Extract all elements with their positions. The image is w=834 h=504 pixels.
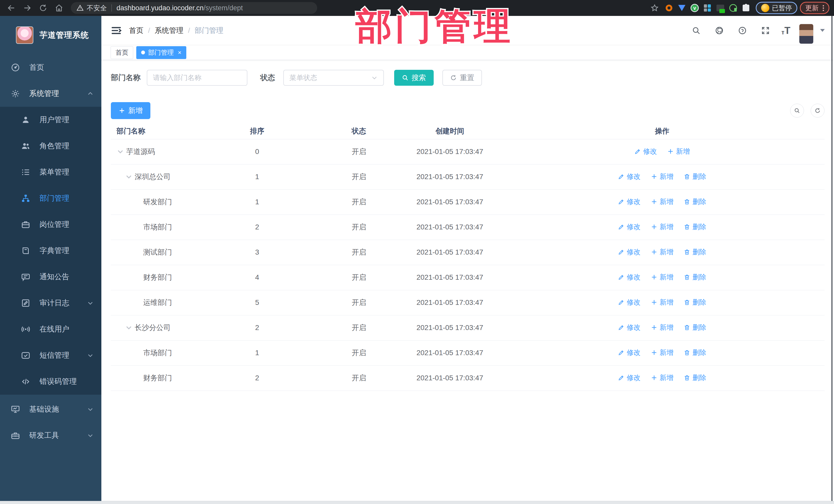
expand-arrow-icon[interactable] — [116, 147, 125, 156]
table-row[interactable]: 财务部门 2 开启 2021-01-05 17:03:47 修改 新增 删除 — [111, 366, 825, 391]
browser-menu-icon[interactable] — [823, 5, 824, 11]
delete-link[interactable]: 删除 — [684, 247, 706, 257]
delete-link[interactable]: 删除 — [684, 348, 706, 357]
extension-key-icon[interactable] — [728, 3, 738, 13]
table-row[interactable]: 芋道源码 0 开启 2021-01-05 17:03:47 修改 新增 — [111, 139, 825, 164]
add-link[interactable]: 新增 — [651, 272, 673, 282]
extension-gem-icon[interactable] — [677, 3, 687, 13]
delete-link[interactable]: 删除 — [684, 272, 706, 282]
close-tab-icon[interactable]: × — [178, 49, 181, 56]
table-row[interactable]: 测试部门 3 开启 2021-01-05 17:03:47 修改 新增 删除 — [111, 240, 825, 265]
table-row[interactable]: 长沙分公司 2 开启 2021-01-05 17:03:47 修改 新增 删除 — [111, 315, 825, 340]
home-icon[interactable] — [52, 1, 66, 15]
sidebar-item-errorcode[interactable]: 错误码管理 — [0, 369, 101, 395]
user-avatar[interactable] — [799, 24, 813, 44]
github-icon[interactable] — [712, 23, 726, 38]
update-label: 更新 — [805, 4, 819, 13]
reload-icon[interactable] — [37, 1, 50, 15]
sidebar-item-sms[interactable]: 短信管理 — [0, 342, 101, 369]
add-link[interactable]: 新增 — [651, 222, 673, 232]
sidebar-item-notice[interactable]: 通知公告 — [0, 264, 101, 290]
url-text: dashboard.yudao.iocoder.cn/system/dept — [116, 4, 243, 12]
delete-link[interactable]: 删除 — [684, 373, 706, 382]
tab-dept-active[interactable]: 部门管理 × — [136, 46, 186, 59]
search-button[interactable]: 搜索 — [394, 70, 434, 86]
dept-name-input[interactable] — [147, 70, 247, 86]
forward-icon[interactable] — [21, 1, 34, 15]
delete-link[interactable]: 删除 — [684, 323, 706, 332]
reset-button[interactable]: 重置 — [442, 70, 482, 86]
tab-home[interactable]: 首页 — [111, 46, 133, 59]
sidebar-item-devtools[interactable]: 研发工具 — [0, 422, 101, 448]
edit-link[interactable]: 修改 — [618, 272, 640, 282]
bookmark-star-icon[interactable] — [648, 1, 661, 15]
fullscreen-icon[interactable] — [758, 23, 773, 38]
sidebar-item-dict[interactable]: 字典管理 — [0, 238, 101, 264]
extension-on-badge-icon[interactable] — [715, 3, 725, 13]
font-size-icon[interactable]: тT — [782, 26, 790, 36]
sidebar-item-online-users[interactable]: 在线用户 — [0, 316, 101, 342]
add-link[interactable]: 新增 — [651, 348, 673, 357]
extension-orange-icon[interactable] — [664, 3, 674, 13]
sidebar-item-roles[interactable]: 角色管理 — [0, 133, 101, 159]
edit-link[interactable]: 修改 — [618, 247, 640, 257]
browser-update-button[interactable]: 更新 — [800, 2, 829, 14]
edit-link[interactable]: 修改 — [618, 298, 640, 307]
delete-link[interactable]: 删除 — [684, 172, 706, 181]
table-row[interactable]: 研发部门 1 开启 2021-01-05 17:03:47 修改 新增 删除 — [111, 190, 825, 215]
extension-puzzle-icon[interactable] — [741, 3, 751, 13]
table-row[interactable]: 深圳总公司 1 开启 2021-01-05 17:03:47 修改 新增 删除 — [111, 164, 825, 190]
breadcrumb-system[interactable]: 系统管理 — [155, 26, 183, 36]
address-bar[interactable]: 不安全 dashboard.yudao.iocoder.cn/system/de… — [71, 2, 317, 14]
add-link[interactable]: 新增 — [651, 247, 673, 257]
sidebar-logo[interactable]: 芋道管理系统 — [0, 16, 101, 54]
toggle-search-button[interactable] — [790, 104, 804, 117]
add-link[interactable]: 新增 — [651, 323, 673, 332]
browser-profile-chip[interactable]: 已暂停 — [756, 2, 797, 14]
help-icon[interactable] — [735, 23, 750, 38]
add-link[interactable]: 新增 — [651, 298, 673, 307]
edit-link[interactable]: 修改 — [618, 222, 640, 232]
op-label: 修改 — [627, 222, 640, 232]
edit-link[interactable]: 修改 — [634, 147, 657, 156]
edit-link[interactable]: 修改 — [618, 197, 640, 206]
user-icon — [21, 115, 30, 125]
edit-link[interactable]: 修改 — [618, 348, 640, 357]
table-row[interactable]: 市场部门 2 开启 2021-01-05 17:03:47 修改 新增 删除 — [111, 215, 825, 240]
edit-link[interactable]: 修改 — [618, 323, 640, 332]
add-dept-button[interactable]: 新增 — [111, 102, 150, 119]
user-menu-caret-icon[interactable] — [820, 29, 825, 32]
refresh-table-button[interactable] — [811, 104, 825, 117]
delete-link[interactable]: 删除 — [684, 197, 706, 206]
op-label: 修改 — [627, 197, 640, 206]
sidebar-toggle-icon[interactable] — [111, 25, 122, 36]
header-search-icon[interactable] — [689, 23, 703, 38]
table-row[interactable]: 财务部门 4 开启 2021-01-05 17:03:47 修改 新增 删除 — [111, 265, 825, 290]
sidebar-item-posts[interactable]: 岗位管理 — [0, 212, 101, 238]
edit-link[interactable]: 修改 — [618, 373, 640, 382]
edit-link[interactable]: 修改 — [618, 172, 640, 181]
table-row[interactable]: 运维部门 5 开启 2021-01-05 17:03:47 修改 新增 删除 — [111, 290, 825, 315]
table-row[interactable]: 市场部门 1 开启 2021-01-05 17:03:47 修改 新增 删除 — [111, 340, 825, 366]
extension-grid-icon[interactable] — [702, 3, 712, 13]
sidebar-item-menus[interactable]: 菜单管理 — [0, 159, 101, 185]
back-icon[interactable] — [5, 1, 18, 15]
select-arrow-icon — [371, 74, 378, 81]
add-link[interactable]: 新增 — [651, 373, 673, 382]
status-select[interactable]: 菜单状态 — [283, 70, 384, 86]
delete-link[interactable]: 删除 — [684, 222, 706, 232]
sidebar-item-depts[interactable]: 部门管理 — [0, 185, 101, 212]
sidebar-item-system[interactable]: 系统管理 — [0, 81, 101, 107]
add-link[interactable]: 新增 — [667, 147, 690, 156]
breadcrumb-home[interactable]: 首页 — [129, 26, 144, 36]
add-link[interactable]: 新增 — [651, 197, 673, 206]
delete-link[interactable]: 删除 — [684, 298, 706, 307]
expand-arrow-icon[interactable] — [125, 323, 133, 332]
add-link[interactable]: 新增 — [651, 172, 673, 181]
sidebar-item-auditlog[interactable]: 审计日志 — [0, 290, 101, 316]
sidebar-item-home[interactable]: 首页 — [0, 54, 101, 81]
sidebar-item-users[interactable]: 用户管理 — [0, 107, 101, 133]
sidebar-item-infra[interactable]: 基础设施 — [0, 396, 101, 422]
extension-green-v-icon[interactable]: v — [689, 3, 700, 13]
expand-arrow-icon[interactable] — [125, 172, 133, 181]
